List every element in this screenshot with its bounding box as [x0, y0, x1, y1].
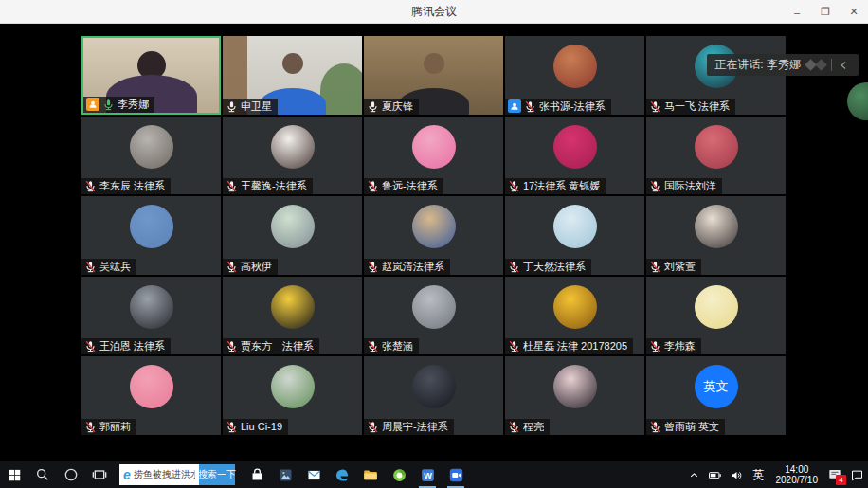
participant-tile[interactable]: 张书源-法律系 [505, 36, 644, 115]
start-button[interactable] [0, 461, 28, 488]
participant-name: 鲁远-法律系 [382, 179, 438, 193]
layout-icon-2[interactable] [815, 59, 827, 71]
participant-nameplate: 国际法刘洋 [646, 178, 722, 194]
avatar [553, 205, 597, 248]
participant-nameplate: 李东辰 法律系 [81, 178, 171, 194]
back-arrow-icon[interactable] [838, 59, 851, 72]
mic-muted-icon [226, 340, 238, 352]
store-icon[interactable] [243, 461, 271, 488]
mail-icon[interactable] [299, 461, 328, 488]
participant-nameplate: 李炜森 [646, 338, 701, 354]
mic-muted-icon [508, 340, 520, 352]
participant-tile[interactable]: 国际法刘洋 [646, 117, 786, 195]
avatar [412, 365, 456, 408]
participant-name: 赵岚清法律系 [382, 260, 444, 274]
search-go-button[interactable]: 搜索一下 [199, 464, 235, 485]
participant-tile[interactable]: 李秀娜 [81, 36, 221, 115]
mic-muted-icon [84, 261, 97, 273]
mic-muted-icon [649, 180, 661, 192]
clock-date: 2020/7/10 [776, 475, 819, 485]
participant-tile[interactable]: 郭丽莉 [81, 356, 221, 435]
volume-icon[interactable] [726, 461, 748, 488]
tencent-meeting-icon[interactable] [442, 461, 470, 488]
mic-muted-icon [649, 261, 661, 273]
participant-name: 吴竑兵 [99, 260, 131, 274]
edge-icon[interactable] [328, 461, 356, 488]
cortana-icon[interactable] [57, 461, 85, 488]
participant-tile[interactable]: 17法律系 黄铄媛 [505, 117, 644, 195]
participant-tile[interactable]: 程亮 [505, 356, 644, 435]
self-badge-icon [508, 99, 521, 113]
participant-tile[interactable]: 申卫星 [223, 36, 362, 115]
mic-muted-icon [367, 261, 379, 273]
host-badge-icon [86, 98, 99, 111]
participant-tile[interactable]: 周晨宇-法律系 [364, 356, 503, 435]
participant-name: 张楚涵 [382, 339, 413, 353]
participant-name: 李东辰 法律系 [99, 179, 165, 193]
participant-nameplate: 刘紫萱 [646, 259, 701, 275]
floating-widget[interactable] [847, 82, 868, 120]
participant-tile[interactable]: 李东辰 法律系 [81, 117, 221, 195]
mic-muted-icon [226, 421, 238, 433]
participant-tile[interactable]: 王馨逸-法律系 [223, 117, 362, 195]
participant-tile[interactable]: 赵岚清法律系 [364, 196, 503, 275]
action-center-icon[interactable] [846, 461, 868, 488]
notification-icon[interactable]: 4 [823, 461, 846, 488]
participant-tile[interactable]: 夏庆锋 [364, 36, 503, 115]
meeting-main-area: 李秀娜 申卫星 夏庆锋 张书源-法律系 马一飞 法律系 李东辰 法律系 王馨逸-… [0, 24, 868, 461]
participant-tile[interactable]: Liu Ci-19 [223, 356, 362, 435]
speaking-indicator-bar: 正在讲话: 李秀娜 [707, 54, 859, 76]
participant-tile[interactable]: 吴竑兵 [81, 196, 221, 275]
participant-tile[interactable]: 杜星磊 法律 20178205 [505, 277, 644, 355]
svg-text:W: W [424, 471, 432, 480]
participant-tile[interactable]: 贾东方 法律系 [223, 277, 362, 355]
ime-indicator[interactable]: 英 [748, 467, 770, 483]
person-head [282, 53, 303, 74]
speaking-indicator-label: 正在讲话: 李秀娜 [714, 57, 801, 73]
participant-tile[interactable]: 丁天然法律系 [505, 196, 644, 275]
photos-icon[interactable] [271, 461, 299, 488]
avatar [695, 125, 738, 169]
participant-tile[interactable]: 刘紫萱 [646, 196, 786, 275]
clock[interactable]: 14:00 2020/7/10 [770, 464, 824, 485]
restore-button[interactable]: ❐ [811, 0, 840, 24]
notification-badge: 4 [836, 475, 846, 485]
mic-muted-icon [508, 180, 520, 192]
avatar [412, 285, 456, 329]
mic-muted-icon [84, 180, 97, 192]
mic-icon [226, 100, 238, 113]
task-view-icon[interactable] [85, 461, 114, 488]
participant-name: 刘紫萱 [664, 260, 696, 274]
battery-icon[interactable] [704, 461, 726, 488]
participant-tile[interactable]: 王泊恩 法律系 [81, 277, 221, 355]
participant-name: 杜星磊 法律 20178205 [523, 339, 627, 353]
participant-name: 贾东方 法律系 [241, 339, 314, 353]
participant-nameplate: Liu Ci-19 [223, 419, 288, 435]
close-button[interactable]: ✕ [840, 0, 868, 24]
hidden-icons-chevron[interactable] [684, 461, 704, 488]
video-grid: 李秀娜 申卫星 夏庆锋 张书源-法律系 马一飞 法律系 李东辰 法律系 王馨逸-… [81, 36, 786, 435]
participant-tile[interactable]: 英文 曾雨萌 英文 [646, 356, 786, 435]
participant-nameplate: 马一飞 法律系 [646, 99, 735, 115]
participant-tile[interactable]: 李炜森 [646, 277, 786, 355]
participant-tile[interactable]: 鲁远-法律系 [364, 117, 503, 195]
taskbar-search-box[interactable]: e 捞鱼被拽进洪水... [119, 464, 199, 485]
avatar [553, 365, 597, 408]
browser360-icon[interactable] [385, 461, 413, 488]
participant-nameplate: 程亮 [505, 419, 550, 435]
participant-nameplate: 张书源-法律系 [505, 99, 611, 115]
avatar [695, 285, 738, 329]
participant-tile[interactable]: 高秋伊 [223, 196, 362, 275]
participant-tile[interactable]: 张楚涵 [364, 277, 503, 355]
window-controls: – ❐ ✕ [783, 0, 868, 24]
mic-muted-icon [226, 180, 238, 192]
participant-nameplate: 张楚涵 [364, 338, 419, 354]
participant-name: 丁天然法律系 [523, 260, 586, 274]
wps-word-icon[interactable]: W [413, 461, 442, 488]
explorer-icon[interactable] [356, 461, 385, 488]
participant-nameplate: 曾雨萌 英文 [646, 419, 725, 435]
participant-nameplate: 丁天然法律系 [505, 259, 591, 275]
minimize-button[interactable]: – [783, 0, 811, 24]
search-icon[interactable] [28, 461, 57, 488]
taskbar-apps: W [243, 461, 470, 488]
